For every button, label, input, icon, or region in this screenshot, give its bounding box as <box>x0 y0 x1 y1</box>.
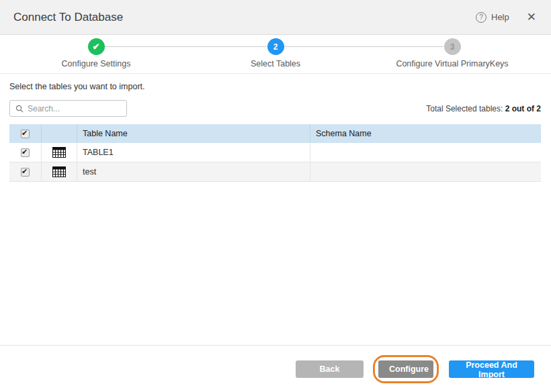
step-active-circle: 2 <box>267 38 284 55</box>
instruction-text: Select the tables you want to import. <box>9 82 541 91</box>
step-configure-virtual-primarykeys[interactable]: 3 Configure Virtual PrimaryKeys <box>375 38 529 68</box>
toolbar-row: Total Selected tables: 2 out of 2 <box>9 100 541 117</box>
step-number: 2 <box>273 42 278 52</box>
schema-name-cell <box>310 162 541 181</box>
back-button[interactable]: Back <box>296 360 364 378</box>
row-icon-cell <box>42 162 77 181</box>
search-input[interactable] <box>28 104 121 113</box>
search-icon <box>15 105 24 113</box>
table-row[interactable]: TABLE1 <box>9 143 541 162</box>
step-label: Configure Virtual PrimaryKeys <box>375 59 529 68</box>
row-checkbox[interactable] <box>21 168 30 177</box>
help-icon: ? <box>476 12 486 23</box>
step-label: Configure Settings <box>19 59 173 68</box>
table-grid-icon <box>52 147 66 158</box>
select-all-checkbox[interactable] <box>21 130 30 138</box>
row-checkbox-cell <box>9 143 42 162</box>
schema-name-cell <box>310 143 541 162</box>
proceed-and-import-button[interactable]: Proceed And Import <box>449 360 534 378</box>
step-select-tables[interactable]: 2 Select Tables <box>198 38 353 68</box>
table-row[interactable]: test <box>9 162 541 182</box>
page-title: Connect To Database <box>13 11 476 24</box>
row-checkbox[interactable] <box>21 148 30 157</box>
check-icon: ✔ <box>93 42 100 51</box>
table-name-cell: test <box>77 162 310 181</box>
search-box[interactable] <box>9 100 127 117</box>
help-button[interactable]: ? Help <box>476 12 509 23</box>
column-header-table-name: Table Name <box>77 124 310 143</box>
close-icon[interactable]: ✕ <box>527 11 536 23</box>
configure-button[interactable]: Configure <box>378 360 433 378</box>
dialog-footer: Back Configure Proceed And Import <box>0 345 551 392</box>
selected-tables-summary: Total Selected tables: 2 out of 2 <box>426 104 541 113</box>
header-checkbox-cell <box>9 124 42 143</box>
dialog-header: Connect To Database ? Help ✕ <box>0 0 551 35</box>
summary-label: Total Selected tables: <box>426 104 503 113</box>
main-content: Select the tables you want to import. To… <box>0 74 551 182</box>
table-header-row: Table Name Schema Name <box>9 124 541 143</box>
stepper: ✔ Configure Settings 2 Select Tables 3 C… <box>0 35 551 74</box>
step-pending-circle: 3 <box>444 38 461 55</box>
step-label: Select Tables <box>198 59 353 68</box>
step-configure-settings[interactable]: ✔ Configure Settings <box>19 38 173 68</box>
step-number: 3 <box>450 42 455 52</box>
row-icon-cell <box>42 143 77 162</box>
step-done-circle: ✔ <box>88 38 105 55</box>
connect-to-database-dialog: Connect To Database ? Help ✕ ✔ Configure… <box>0 0 551 392</box>
configure-highlight-annotation: Configure <box>373 355 439 383</box>
row-checkbox-cell <box>9 162 42 181</box>
summary-value: 2 out of 2 <box>505 104 541 113</box>
tables-table: Table Name Schema Name <box>9 124 541 182</box>
table-name-cell: TABLE1 <box>77 143 310 162</box>
table-grid-icon <box>52 166 66 177</box>
column-header-schema-name: Schema Name <box>310 124 541 143</box>
help-label: Help <box>491 12 509 22</box>
header-icon-cell <box>42 124 77 143</box>
